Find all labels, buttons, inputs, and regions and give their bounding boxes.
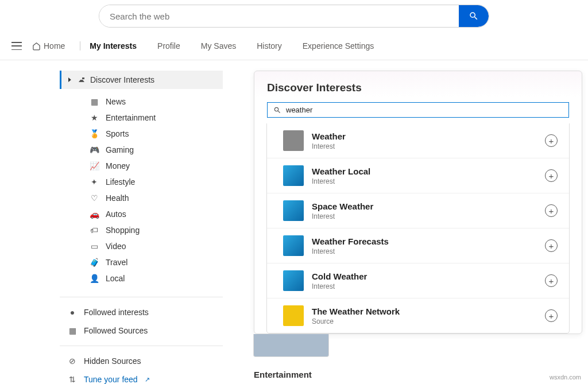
travel-icon: 🧳 xyxy=(90,258,99,267)
sidebar-followed-sources[interactable]: ▦Followed Sources xyxy=(60,321,223,340)
sources-icon: ▦ xyxy=(68,326,77,335)
result-thumb xyxy=(283,165,304,186)
global-search-box xyxy=(99,5,489,28)
main-panel: Discover Interests WeatherInterest + Wea… xyxy=(254,71,582,384)
result-title: Cold Weather xyxy=(312,271,537,281)
result-title: Weather Local xyxy=(312,166,537,176)
result-thumb xyxy=(283,200,304,221)
caret-icon xyxy=(68,77,73,82)
hamburger-icon[interactable] xyxy=(11,42,22,50)
result-title: The Weather Network xyxy=(312,307,537,316)
check-circle-icon: ● xyxy=(68,308,77,317)
search-icon xyxy=(469,11,479,21)
sidebar-tune-feed[interactable]: ⇅Tune your feed↗ xyxy=(60,370,223,384)
sidebar-discover-interests[interactable]: Discover Interests xyxy=(60,71,223,89)
lifestyle-icon: ✦ xyxy=(90,177,99,187)
sidebar: Discover Interests ▦News ★Entertainment … xyxy=(60,71,223,384)
sidebar-cat-lifestyle[interactable]: ✦Lifestyle xyxy=(60,174,223,190)
nav-my-saves[interactable]: My Saves xyxy=(200,39,237,53)
result-subtitle: Source xyxy=(312,317,537,325)
sidebar-cat-local[interactable]: 👤Local xyxy=(60,270,223,286)
sports-icon: 🏅 xyxy=(90,129,99,138)
sidebar-separator xyxy=(60,346,223,346)
sidebar-separator xyxy=(60,297,223,297)
result-item[interactable]: The Weather NetworkSource + xyxy=(267,298,569,333)
autos-icon: 🚗 xyxy=(90,210,99,219)
tune-icon: ⇅ xyxy=(68,375,77,384)
add-button[interactable]: + xyxy=(545,134,558,147)
result-title: Space Weather xyxy=(312,201,537,211)
section-title-entertainment: Entertainment xyxy=(254,370,582,379)
nav-experience-settings[interactable]: Experience Settings xyxy=(301,39,376,53)
global-search-button[interactable] xyxy=(459,5,489,27)
result-item[interactable]: Space WeatherInterest + xyxy=(267,193,569,228)
result-subtitle: Interest xyxy=(312,142,537,150)
result-title: Weather Forecasts xyxy=(312,236,537,246)
navbar: Home My Interests Profile My Saves Histo… xyxy=(0,34,588,60)
search-icon xyxy=(273,106,281,114)
main-title: Discover Interests xyxy=(267,82,569,94)
add-button[interactable]: + xyxy=(545,309,558,322)
sidebar-hidden-sources[interactable]: ⊘Hidden Sources xyxy=(60,352,223,370)
sidebar-cat-sports[interactable]: 🏅Sports xyxy=(60,126,223,142)
nav-home[interactable]: Home xyxy=(31,39,66,53)
sidebar-cat-gaming[interactable]: 🎮Gaming xyxy=(60,142,223,158)
interest-icon xyxy=(78,76,86,83)
add-button[interactable]: + xyxy=(545,274,558,287)
result-subtitle: Interest xyxy=(312,212,537,220)
result-title: Weather xyxy=(312,131,537,141)
local-icon: 👤 xyxy=(90,274,99,283)
global-search-input[interactable] xyxy=(99,5,459,27)
news-icon: ▦ xyxy=(90,97,99,106)
gaming-icon: 🎮 xyxy=(90,145,99,154)
sidebar-cat-shopping[interactable]: 🏷Shopping xyxy=(60,222,223,238)
add-button[interactable]: + xyxy=(545,239,558,252)
result-subtitle: Interest xyxy=(312,177,537,185)
interest-search-box xyxy=(267,102,569,118)
sidebar-cat-autos[interactable]: 🚗Autos xyxy=(60,206,223,222)
sidebar-cat-health[interactable]: ♡Health xyxy=(60,190,223,206)
sidebar-followed-interests[interactable]: ●Followed interests xyxy=(60,303,223,321)
result-item[interactable]: Cold WeatherInterest + xyxy=(267,263,569,298)
result-item[interactable]: Weather LocalInterest + xyxy=(267,158,569,193)
result-thumb xyxy=(283,305,304,326)
result-item[interactable]: WeatherInterest + xyxy=(267,123,569,158)
sidebar-cat-money[interactable]: 📈Money xyxy=(60,158,223,174)
result-thumb xyxy=(283,270,304,291)
nav-profile[interactable]: Profile xyxy=(156,39,181,53)
add-button[interactable]: + xyxy=(545,204,558,217)
health-icon: ♡ xyxy=(90,193,99,203)
sidebar-cat-news[interactable]: ▦News xyxy=(60,94,223,110)
sidebar-cat-travel[interactable]: 🧳Travel xyxy=(60,254,223,270)
search-results: WeatherInterest + Weather LocalInterest … xyxy=(266,123,570,333)
hidden-icon: ⊘ xyxy=(68,356,77,366)
video-icon: ▭ xyxy=(90,242,99,251)
money-icon: 📈 xyxy=(90,161,99,170)
sidebar-cat-video[interactable]: ▭Video xyxy=(60,238,223,254)
interest-search-input[interactable] xyxy=(286,106,563,114)
card-peek xyxy=(253,334,329,357)
nav-history[interactable]: History xyxy=(256,39,283,53)
result-subtitle: Interest xyxy=(312,282,537,290)
sidebar-cat-entertainment[interactable]: ★Entertainment xyxy=(60,110,223,126)
shopping-icon: 🏷 xyxy=(90,226,99,235)
nav-separator xyxy=(80,41,80,51)
add-button[interactable]: + xyxy=(545,169,558,182)
nav-my-interests[interactable]: My Interests xyxy=(88,39,138,53)
result-subtitle: Interest xyxy=(312,247,537,255)
result-thumb xyxy=(283,235,304,256)
result-thumb xyxy=(283,130,304,151)
home-icon xyxy=(32,42,41,51)
star-icon: ★ xyxy=(90,113,99,122)
external-link-icon: ↗ xyxy=(145,376,150,383)
result-item[interactable]: Weather ForecastsInterest + xyxy=(267,228,569,263)
watermark: wsxdn.com xyxy=(550,374,581,381)
